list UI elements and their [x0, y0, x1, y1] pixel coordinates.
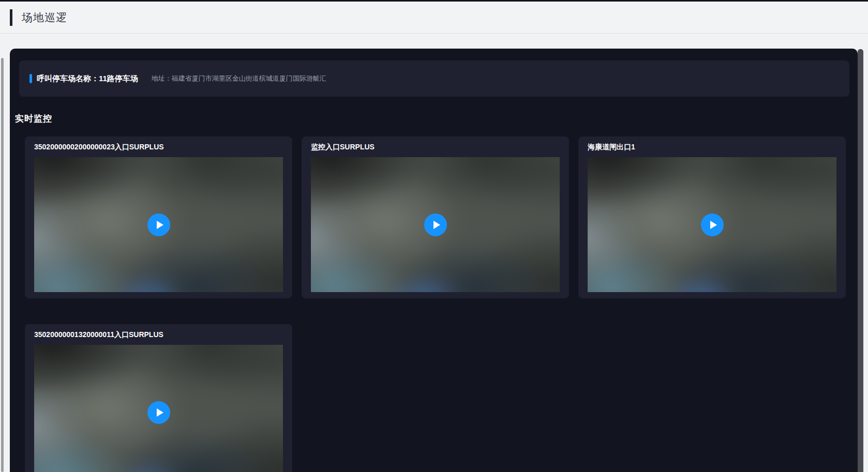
play-icon	[710, 221, 717, 229]
parking-info-card: 呼叫停车场名称：11路停车场 地址：福建省厦门市湖里区金山街道槟城道厦门国际游艇…	[19, 60, 849, 97]
play-button[interactable]	[701, 214, 724, 236]
camera-card: 35020000002000000023入口SURPLUS	[25, 136, 292, 298]
play-icon	[157, 408, 163, 417]
right-scrollbar[interactable]	[858, 49, 863, 472]
content-panel: 呼叫停车场名称：11路停车场 地址：福建省厦门市湖里区金山街道槟城道厦门国际游艇…	[10, 49, 858, 472]
video-player[interactable]	[34, 157, 283, 292]
camera-card: 监控入口SURPLUS	[302, 136, 569, 298]
camera-title: 35020000001320000011入口SURPLUS	[34, 329, 283, 340]
page-header: 场地巡逻	[0, 2, 868, 34]
camera-card: 海康道闸出口1	[578, 136, 846, 298]
video-player[interactable]	[34, 345, 283, 472]
video-player[interactable]	[588, 157, 836, 292]
play-button[interactable]	[424, 214, 447, 236]
camera-title: 海康道闸出口1	[588, 142, 836, 152]
camera-card: 35020000001320000011入口SURPLUS	[25, 324, 292, 472]
camera-grid: 35020000002000000023入口SURPLUS 监控入口SURPLU…	[25, 136, 846, 472]
camera-title: 35020000002000000023入口SURPLUS	[34, 142, 283, 152]
parking-address: 地址：福建省厦门市湖里区金山街道槟城道厦门国际游艇汇	[152, 74, 326, 83]
title-accent-bar	[10, 9, 12, 26]
page-title: 场地巡逻	[22, 10, 67, 25]
play-icon	[157, 221, 163, 229]
play-icon	[433, 221, 440, 229]
camera-title: 监控入口SURPLUS	[311, 142, 560, 152]
accent-bar	[29, 74, 32, 83]
left-scrollbar[interactable]	[1, 58, 4, 472]
section-title: 实时监控	[15, 113, 858, 125]
play-button[interactable]	[147, 214, 170, 236]
parking-name: 呼叫停车场名称：11路停车场	[37, 74, 138, 84]
video-player[interactable]	[311, 157, 560, 292]
play-button[interactable]	[147, 401, 170, 424]
